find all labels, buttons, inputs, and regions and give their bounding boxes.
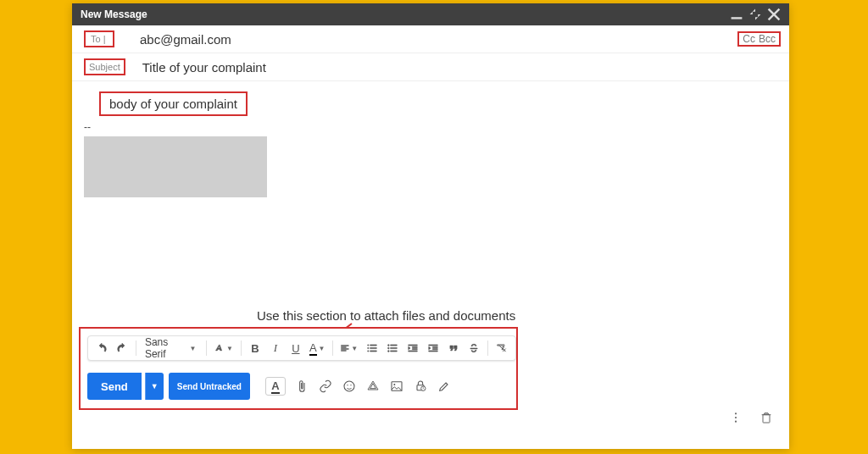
toolbar-callout-box: Sans Serif▼ ▼ B I U A▼ ▼ [79, 327, 518, 410]
svg-point-4 [388, 347, 390, 349]
body-annotation: body of your complaint [99, 91, 248, 116]
clear-formatting-button[interactable] [493, 339, 510, 357]
insert-link-button[interactable] [318, 379, 333, 394]
italic-button[interactable]: I [267, 339, 284, 357]
expand-button[interactable] [748, 8, 762, 21]
attach-file-button[interactable] [294, 379, 309, 394]
svg-point-13 [735, 412, 737, 414]
confidential-mode-button[interactable] [413, 379, 428, 394]
insert-signature-button[interactable] [437, 379, 452, 394]
discard-draft-button[interactable] [759, 410, 774, 425]
svg-point-14 [735, 417, 737, 418]
compose-action-icons: A [265, 377, 452, 396]
signature-dash: -- [84, 121, 777, 133]
window-title: New Message [81, 8, 147, 20]
svg-point-3 [388, 345, 390, 346]
close-button[interactable] [767, 8, 781, 21]
text-format-toggle[interactable]: A [265, 377, 286, 396]
svg-point-5 [388, 351, 390, 352]
redo-button[interactable] [114, 339, 131, 357]
bcc-button[interactable]: Bcc [759, 33, 776, 45]
indent-more-button[interactable] [425, 339, 442, 357]
to-label: To | [84, 30, 114, 47]
numbered-list-button[interactable] [364, 339, 381, 357]
font-family-select[interactable]: Sans Serif▼ [142, 336, 202, 360]
to-input[interactable]: abc@gmail.com [140, 32, 231, 47]
send-untracked-button[interactable]: Send Untracked [169, 373, 250, 400]
insert-image-button[interactable] [389, 379, 404, 394]
svg-rect-0 [732, 17, 743, 19]
attach-annotation: Use this section to attach files and doc… [257, 308, 515, 323]
send-button[interactable]: Send [87, 373, 142, 400]
align-button[interactable]: ▼ [337, 339, 360, 357]
insert-emoji-button[interactable] [342, 379, 357, 394]
more-options-button[interactable] [728, 410, 743, 425]
bold-button[interactable]: B [247, 339, 264, 357]
quote-button[interactable] [445, 339, 462, 357]
minimize-button[interactable] [730, 8, 743, 21]
compose-window: New Message To | abc@gmail.com Cc Bcc Su… [72, 3, 789, 449]
to-row: To | abc@gmail.com Cc Bcc [72, 25, 789, 53]
subject-input[interactable]: Title of your complaint [142, 60, 266, 75]
svg-point-10 [393, 384, 395, 385]
insert-drive-button[interactable] [365, 379, 381, 394]
subject-row: Subject Title of your complaint [72, 53, 789, 81]
bullet-list-button[interactable] [384, 339, 401, 357]
bottom-right-actions [728, 410, 774, 425]
signature-placeholder [84, 136, 267, 197]
svg-point-15 [735, 421, 737, 423]
formatting-toolbar: Sans Serif▼ ▼ B I U A▼ ▼ [87, 335, 516, 361]
undo-button[interactable] [93, 339, 110, 357]
subject-label: Subject [84, 58, 125, 75]
body-area[interactable]: body of your complaint -- Use this secti… [72, 81, 789, 449]
svg-point-6 [344, 381, 354, 391]
indent-less-button[interactable] [404, 339, 421, 357]
text-color-button[interactable]: A▼ [308, 339, 327, 357]
underline-button[interactable]: U [287, 339, 304, 357]
strikethrough-button[interactable] [465, 339, 482, 357]
cc-button[interactable]: Cc [743, 33, 755, 45]
cc-bcc-group: Cc Bcc [737, 31, 781, 47]
titlebar: New Message [72, 3, 789, 25]
send-options-button[interactable]: ▼ [145, 373, 164, 400]
svg-point-7 [347, 385, 348, 385]
font-size-button[interactable]: ▼ [212, 339, 236, 357]
svg-point-8 [350, 385, 351, 385]
send-row: Send ▼ Send Untracked A [87, 373, 452, 400]
